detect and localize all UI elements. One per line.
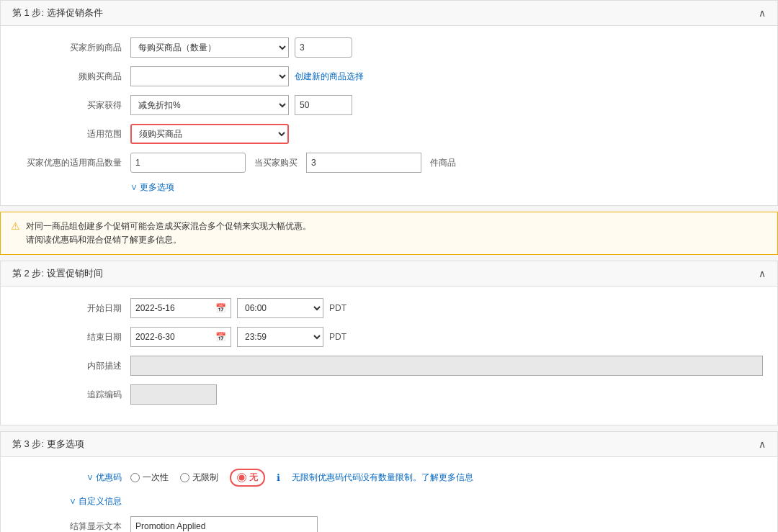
- end-date-input[interactable]: 2022-6-30 📅: [130, 327, 231, 347]
- end-date-label: 结束日期: [15, 331, 130, 343]
- code-label: 追踪编码: [15, 389, 130, 401]
- info-icon[interactable]: ℹ: [277, 472, 280, 483]
- step1-title: 第 1 步: 选择促销条件: [12, 6, 103, 19]
- one-time-radio[interactable]: 一次性: [130, 472, 169, 484]
- warning-box: ⚠ 对同一商品组创建多个促销可能会造成买家混合多个促销来实现大幅优惠。 请阅读优…: [0, 212, 778, 255]
- freq-purchase-label: 频购买商品: [15, 71, 130, 83]
- buyer-purchase-label: 买家所购商品: [15, 42, 130, 54]
- more-options-link[interactable]: ∨ 更多选项: [130, 181, 763, 194]
- code-input[interactable]: [130, 384, 217, 405]
- buyer-purchase-qty-input[interactable]: [295, 37, 352, 58]
- start-date-label: 开始日期: [15, 302, 130, 315]
- calendar-icon: 📅: [215, 303, 226, 313]
- start-time-select[interactable]: 06:00: [237, 298, 323, 318]
- warning-icon: ⚠: [11, 220, 20, 232]
- step2-title: 第 2 步: 设置促销时间: [12, 267, 103, 280]
- custom-info-label: ∨ 自定义信息: [15, 495, 130, 508]
- warning-line2: 请阅读优惠码和混合促销了解更多信息。: [26, 233, 311, 247]
- scope-label: 适用范围: [15, 128, 130, 140]
- step1-toggle[interactable]: ∧: [759, 7, 766, 19]
- warning-line1: 对同一商品组创建多个促销可能会造成买家混合多个促销来实现大幅优惠。: [26, 220, 311, 233]
- start-date-input[interactable]: 2022-5-16 📅: [130, 298, 231, 318]
- buyer-purchase-select[interactable]: 每购买商品（数量）: [130, 37, 289, 58]
- piece-label: 件商品: [430, 157, 456, 169]
- when-buy-num-input[interactable]: [306, 153, 421, 173]
- end-pdt: PDT: [329, 332, 346, 342]
- desc-input[interactable]: [130, 356, 763, 376]
- buyer-qty-label: 买家优惠的适用商品数量: [15, 157, 130, 169]
- buyer-get-select[interactable]: 减免折扣%: [130, 95, 289, 115]
- step2-toggle[interactable]: ∧: [759, 268, 766, 279]
- step3-title: 第 3 步: 更多选项: [12, 438, 84, 451]
- when-buy-label: 当买家购买: [254, 157, 298, 169]
- buyer-get-label: 买家获得: [15, 99, 130, 112]
- calendar-icon2: 📅: [215, 332, 226, 342]
- coupon-label: ∨ 优惠码: [15, 472, 130, 484]
- end-time-select[interactable]: 23:59: [237, 327, 323, 347]
- buyer-qty-input[interactable]: [130, 153, 246, 173]
- warning-text: 对同一商品组创建多个促销可能会造成买家混合多个促销来实现大幅优惠。 请阅读优惠码…: [26, 220, 311, 247]
- scope-select[interactable]: 须购买商品: [130, 124, 289, 144]
- info-text: 无限制优惠码代码没有数量限制。了解更多信息: [292, 472, 473, 484]
- create-new-link[interactable]: 创建新的商品选择: [295, 71, 364, 83]
- calc-display-label: 结算显示文本: [15, 520, 130, 532]
- unlimited-radio[interactable]: 无限制: [180, 472, 218, 484]
- none-radio[interactable]: 无: [230, 469, 265, 487]
- calc-display-input[interactable]: [130, 516, 318, 532]
- step3-toggle[interactable]: ∧: [759, 438, 766, 450]
- buyer-get-num-input[interactable]: [295, 95, 352, 115]
- desc-label: 内部描述: [15, 360, 130, 372]
- freq-purchase-select[interactable]: [130, 66, 289, 86]
- start-pdt: PDT: [329, 303, 346, 313]
